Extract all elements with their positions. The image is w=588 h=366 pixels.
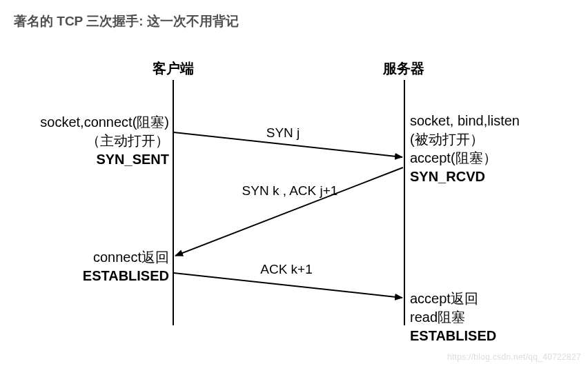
page-title: 著名的 TCP 三次握手: 这一次不用背记 — [14, 12, 239, 30]
server-step2-line1: accept返回 — [410, 289, 569, 308]
watermark: https://blog.csdn.net/qq_40722827 — [447, 352, 581, 362]
client-lifeline — [173, 80, 174, 325]
server-step2-block: accept返回 read阻塞 ESTABLISED — [410, 289, 569, 345]
server-step2-state: ESTABLISED — [410, 327, 569, 345]
server-step1-block: socket, bind,listen (被动打开） accept(阻塞） SY… — [410, 112, 569, 186]
client-step1-state: SYN_SENT — [24, 150, 169, 169]
server-header: 服务器 — [383, 59, 424, 78]
client-step2-state: ESTABLISED — [24, 267, 169, 285]
server-step1-line2: (被动打开） — [410, 130, 569, 149]
server-lifeline — [404, 80, 405, 325]
server-step1-line1: socket, bind,listen — [410, 112, 569, 130]
client-step1-line1: socket,connect(阻塞) — [24, 113, 169, 132]
arrow-syn-k-ack — [175, 167, 403, 256]
client-step1-block: socket,connect(阻塞) （主动打开） SYN_SENT — [24, 113, 169, 169]
client-step2-line1: connect返回 — [24, 248, 169, 267]
client-step2-block: connect返回 ESTABLISED — [24, 248, 169, 285]
server-step2-line2: read阻塞 — [410, 308, 569, 327]
client-header: 客户端 — [153, 59, 194, 78]
msg3-label: ACK k+1 — [235, 262, 338, 277]
client-step1-line2: （主动打开） — [24, 132, 169, 150]
server-step1-state: SYN_RCVD — [410, 167, 569, 186]
msg1-label: SYN j — [242, 125, 324, 141]
tcp-handshake-diagram: 客户端 服务器 socket,connect(阻塞) （主动打开） SYN_SE… — [0, 40, 588, 366]
msg2-label: SYN k , ACK j+1 — [214, 183, 366, 199]
server-step1-line3: accept(阻塞） — [410, 149, 569, 167]
